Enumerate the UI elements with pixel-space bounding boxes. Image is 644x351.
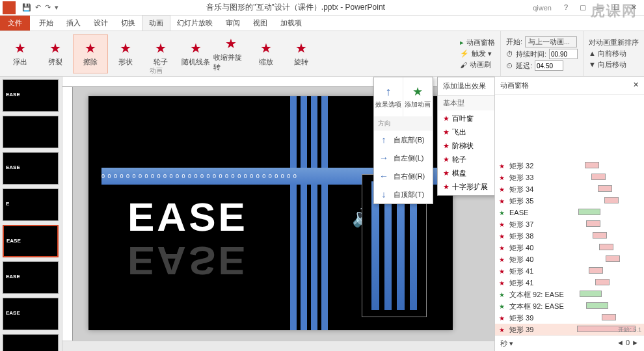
effect-item[interactable]: ★飞出 xyxy=(440,125,494,139)
qat-undo-icon[interactable]: ↶ xyxy=(35,3,41,12)
help-icon[interactable]: ? xyxy=(558,3,574,12)
animpane-seconds[interactable]: 秒 ▾ xyxy=(500,339,513,348)
move-later-btn[interactable]: ▼ 向后移动 xyxy=(589,60,639,70)
trigger-btn[interactable]: 触发 ▾ xyxy=(472,49,492,58)
anim-row[interactable]: ★矩形 40 xyxy=(495,254,644,265)
tab-3[interactable]: 切换 xyxy=(114,16,142,31)
star-icon: ★ xyxy=(499,280,507,287)
star-icon: ★ xyxy=(443,169,449,177)
anim-2[interactable]: ★擦除 xyxy=(73,34,108,73)
thumb[interactable]: EASE xyxy=(3,152,59,185)
effect-item[interactable]: ★百叶窗 xyxy=(440,112,494,125)
star-icon: ★ xyxy=(443,128,449,136)
star-icon: ★ xyxy=(295,40,307,56)
editor-scrollbar[interactable] xyxy=(62,341,494,351)
thumb[interactable]: EASE xyxy=(3,298,59,330)
direction-section: 方向 xyxy=(374,116,433,131)
effect-item[interactable]: ★十字形扩展 xyxy=(440,180,494,194)
anim-row[interactable]: ★矩形 37 xyxy=(495,218,644,230)
thumb[interactable]: EASE xyxy=(3,261,59,294)
effect-item[interactable]: ★阶梯状 xyxy=(440,139,494,153)
tab-file[interactable]: 文件 xyxy=(0,16,30,31)
anim-0[interactable]: ★浮出 xyxy=(3,34,38,73)
arrow-icon: → xyxy=(379,153,388,163)
animpane-controls[interactable]: ◄ 0 ► xyxy=(617,339,639,348)
effpanel-title: 添加退出效果 xyxy=(443,81,486,91)
anim-row[interactable]: ★EASE xyxy=(495,207,644,218)
anim-painter-btn[interactable]: 动画刷 xyxy=(470,60,491,70)
effect-item[interactable]: ★棋盘 xyxy=(440,166,494,180)
direction-item[interactable]: →自左侧(L) xyxy=(374,149,433,167)
tab-2[interactable]: 设计 xyxy=(87,16,114,31)
star-icon: ★ xyxy=(499,326,507,333)
anim-3[interactable]: ★形状 xyxy=(108,34,143,73)
thumb-selected[interactable]: EASE xyxy=(3,225,59,257)
direction-item[interactable]: ↑自底部(B) xyxy=(374,131,433,149)
anim-row[interactable]: ★矩形 41 xyxy=(495,277,644,289)
tab-8[interactable]: 加载项 xyxy=(274,16,308,31)
thumb[interactable]: E xyxy=(3,188,59,221)
star-icon: ★ xyxy=(443,183,449,191)
delay-input[interactable] xyxy=(535,60,563,71)
thumb[interactable] xyxy=(3,334,59,351)
anim-row[interactable]: ★矩形 41 xyxy=(495,265,644,277)
star-icon: ★ xyxy=(120,40,131,56)
tab-7[interactable]: 视图 xyxy=(247,16,274,31)
ruler-vertical xyxy=(62,87,73,351)
anim-row[interactable]: ★文本框 92: EASE xyxy=(495,289,644,300)
move-earlier-btn[interactable]: ▲ 向前移动 xyxy=(589,49,639,58)
app-icon xyxy=(3,1,16,14)
thumb[interactable] xyxy=(3,116,59,148)
anim-row[interactable]: ★矩形 32 xyxy=(495,160,644,172)
anim-row[interactable]: ★矩形 34 xyxy=(495,183,644,195)
direction-item[interactable]: ←自右侧(R) xyxy=(374,167,433,185)
tab-0[interactable]: 开始 xyxy=(33,16,60,31)
effect-options-dropdown: ↑效果选项 ★添加动画 方向 ↑自底部(B)→自左侧(L)←自右侧(R)↓自顶部… xyxy=(373,77,433,204)
anim-1[interactable]: ★劈裂 xyxy=(38,34,73,73)
qat-save-icon[interactable]: 💾 xyxy=(22,3,31,12)
star-icon: ★ xyxy=(499,315,507,322)
qat-redo-icon[interactable]: ↷ xyxy=(45,3,51,12)
star-icon: ★ xyxy=(499,256,507,263)
animpane-close-icon[interactable]: ✕ xyxy=(633,81,639,90)
tab-5[interactable]: 幻灯片放映 xyxy=(170,16,219,31)
anim-6[interactable]: ★收缩并旋转 xyxy=(213,34,248,73)
slide-thumbnails: EASE EASE E EASE EASE EASE xyxy=(0,77,62,351)
anim-row[interactable]: ★矩形 33 xyxy=(495,172,644,183)
star-icon: ★ xyxy=(499,209,507,216)
star-icon: ★ xyxy=(443,142,449,150)
anim-5[interactable]: ★随机线条 xyxy=(178,34,213,73)
add-animation-btn[interactable]: ★添加动画 xyxy=(403,77,433,116)
anim-row[interactable]: ★矩形 39 xyxy=(495,312,644,324)
ribbon-opts-icon[interactable]: ▢ xyxy=(575,3,591,12)
thumb[interactable]: EASE xyxy=(3,79,59,112)
star-icon: ★ xyxy=(499,268,507,275)
anim-pane-btn[interactable]: 动画窗格 xyxy=(466,38,495,47)
start-value[interactable]: 与上一动画... xyxy=(525,36,577,47)
star-icon: ★ xyxy=(85,40,96,56)
duration-input[interactable] xyxy=(549,49,578,59)
duration-label: 持续时间: xyxy=(516,49,546,59)
star-icon: ★ xyxy=(443,155,449,164)
start-label: 开始: xyxy=(506,37,522,47)
direction-item[interactable]: ↓自顶部(T) xyxy=(374,185,433,203)
tab-4[interactable]: 动画 xyxy=(142,15,170,31)
anim-row[interactable]: ★矩形 35 xyxy=(495,195,644,207)
effect-item[interactable]: ★轮子 xyxy=(440,153,494,166)
anim-row[interactable]: ★矩形 38 xyxy=(495,230,644,242)
group-label-anim: 动画 xyxy=(150,66,163,75)
animpane-title: 动画窗格 xyxy=(500,81,529,90)
ease-text[interactable]: EASE xyxy=(127,194,248,240)
anim-7[interactable]: ★缩放 xyxy=(248,34,284,73)
tab-1[interactable]: 插入 xyxy=(60,16,87,31)
effect-options-btn[interactable]: ↑效果选项 xyxy=(374,77,403,116)
arrow-icon: ↓ xyxy=(379,189,388,200)
arrow-icon: ↑ xyxy=(379,135,388,145)
anim-row[interactable]: ★文本框 92: EASE xyxy=(495,300,644,312)
anim-row[interactable]: ★矩形 40 xyxy=(495,242,644,254)
star-icon: ★ xyxy=(499,291,507,298)
tab-6[interactable]: 审阅 xyxy=(219,16,247,31)
anim-8[interactable]: ★旋转 xyxy=(284,34,319,73)
anim-row[interactable]: ★矩形 39开始: 5.1 xyxy=(495,324,644,335)
ribbon-tabs: 文件 开始插入设计切换动画幻灯片放映审阅视图加载项 xyxy=(0,16,644,31)
